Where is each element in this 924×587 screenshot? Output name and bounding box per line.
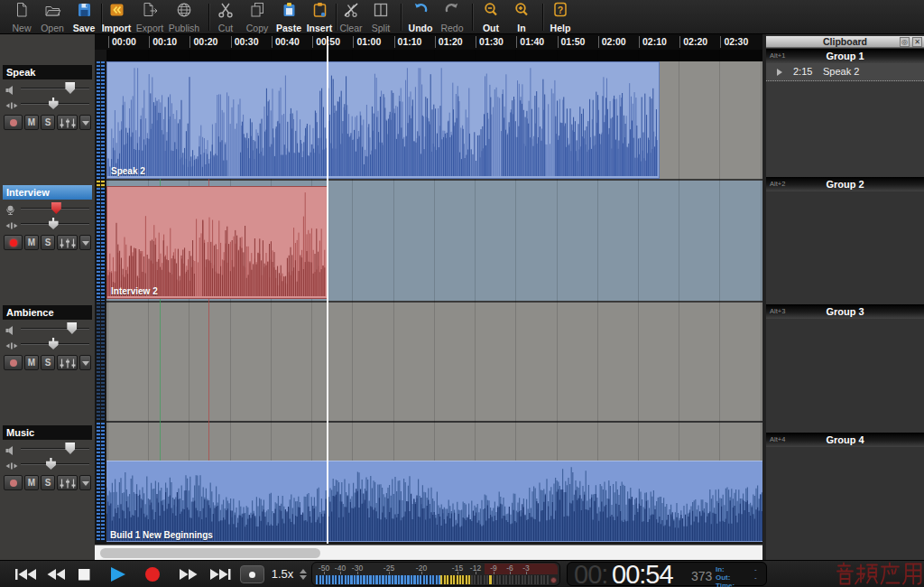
clipboard-group-1[interactable]: Alt+1Group 1 xyxy=(766,49,924,63)
mixer-button[interactable] xyxy=(57,475,78,490)
pan-thumb[interactable] xyxy=(49,98,59,109)
solo-button[interactable]: S xyxy=(41,475,55,490)
horizontal-scrollbar[interactable] xyxy=(95,545,762,560)
record-dot-icon xyxy=(10,239,17,247)
solo-button[interactable]: S xyxy=(41,355,55,370)
speed-up-arrow[interactable] xyxy=(300,569,307,573)
solo-button[interactable]: S xyxy=(41,235,55,250)
record-arm-button[interactable] xyxy=(4,115,23,130)
close-icon[interactable]: ✕ xyxy=(912,37,922,47)
scrollbar-thumb[interactable] xyxy=(100,548,320,558)
pan-icon xyxy=(5,459,18,475)
speed-down-arrow[interactable] xyxy=(300,575,307,580)
loop-button[interactable] xyxy=(240,565,264,583)
volume-slider[interactable] xyxy=(21,88,89,89)
meter-tick xyxy=(324,572,325,574)
skip-end-button[interactable] xyxy=(207,565,232,583)
clipboard-group-2[interactable]: Alt+2Group 2 xyxy=(766,177,924,191)
toolbar-label: New xyxy=(12,23,31,33)
clipboard-item-speak-2[interactable]: 2:15 Speak 2 xyxy=(766,63,924,81)
clipboard-group-3[interactable]: Alt+3Group 3 xyxy=(766,304,924,319)
mute-button[interactable]: M xyxy=(24,355,39,370)
mute-button[interactable]: M xyxy=(24,475,39,490)
transport-bar: 1.5x -50-40-30-25-20-15-12-9-6-3 00: 00:… xyxy=(0,560,924,587)
loop-dot-icon xyxy=(249,572,255,578)
volume-thumb[interactable] xyxy=(65,82,75,94)
track-name-music[interactable]: Music xyxy=(3,425,92,440)
solo-button[interactable]: S xyxy=(41,115,55,130)
track-name-interview[interactable]: Interview xyxy=(3,185,92,200)
track-menu-button[interactable] xyxy=(79,115,91,130)
clip-speak-2[interactable]: Speak 2 xyxy=(106,61,660,179)
volume-row xyxy=(3,443,92,455)
mute-button[interactable]: M xyxy=(24,115,39,130)
play-icon[interactable] xyxy=(777,69,782,76)
volume-thumb[interactable] xyxy=(65,443,75,454)
pan-icon xyxy=(5,339,18,355)
volume-row xyxy=(3,82,92,95)
volume-slider[interactable] xyxy=(21,448,89,450)
toolbar-button-in[interactable]: In xyxy=(501,1,542,33)
toolbar-separator xyxy=(401,4,402,31)
track-meter-music xyxy=(95,423,106,542)
meter-tick xyxy=(357,572,358,574)
record-arm-button[interactable] xyxy=(4,235,23,250)
clip-music[interactable]: Build 1 New Beginnings xyxy=(106,461,762,542)
toolbar-label: Paste xyxy=(276,23,301,33)
meter-peak-led xyxy=(489,575,492,584)
track-menu-button[interactable] xyxy=(79,235,91,250)
toolbar-label: Undo xyxy=(409,23,433,33)
chevron-down-icon xyxy=(82,481,89,486)
meter-tick xyxy=(526,572,527,574)
record-arm-button[interactable] xyxy=(4,355,23,370)
track-menu-button[interactable] xyxy=(79,475,91,490)
track-name-speak[interactable]: Speak xyxy=(3,65,92,79)
group-shortcut: Alt+2 xyxy=(770,177,785,191)
track-buttons: MS xyxy=(4,235,93,250)
mixer-button[interactable] xyxy=(57,235,78,250)
chevron-down-icon xyxy=(82,361,89,366)
toolbar-label: Import xyxy=(102,23,132,33)
publish-icon xyxy=(163,1,205,19)
clip-label: Interview 2 xyxy=(111,286,158,296)
volume-thumb[interactable] xyxy=(67,322,77,334)
track-meter-interview xyxy=(95,181,106,301)
stop-button[interactable] xyxy=(74,565,99,583)
skip-start-button[interactable] xyxy=(13,565,38,583)
track-name-ambience[interactable]: Ambience xyxy=(3,305,92,320)
toolbar-label: In xyxy=(517,23,525,33)
pan-thumb[interactable] xyxy=(49,218,59,229)
mute-button[interactable]: M xyxy=(24,235,39,250)
pan-thumb[interactable] xyxy=(49,338,59,349)
play-button[interactable] xyxy=(106,565,132,583)
time-frames: 373 xyxy=(691,569,712,583)
toolbar-button-split[interactable]: Split xyxy=(360,1,402,33)
toolbar-button-publish[interactable]: Publish xyxy=(163,1,205,33)
volume-slider[interactable] xyxy=(21,328,89,330)
main-toolbar: NewOpenSaveImportExportPublishCutCopyPas… xyxy=(0,0,924,34)
toolbar-separator xyxy=(101,4,102,31)
fast-forward-button[interactable] xyxy=(176,565,201,583)
clipboard-group-4[interactable]: Alt+4Group 4 xyxy=(766,433,924,447)
mixer-button[interactable] xyxy=(57,115,78,130)
timeline-ruler[interactable]: 00:0000:1000:2000:3000:4000:5001:0001:10… xyxy=(95,34,762,50)
record-button[interactable] xyxy=(143,565,168,583)
toolbar-button-redo[interactable]: Redo xyxy=(431,1,473,33)
pan-thumb[interactable] xyxy=(46,458,56,470)
pin-icon[interactable]: ◎ xyxy=(900,37,910,47)
timeline-area[interactable]: Speak 2 Interview 2 Build 1 New Beginnin… xyxy=(95,50,762,545)
item-duration: 2:15 xyxy=(793,63,812,80)
playhead[interactable] xyxy=(327,36,328,544)
clip-interview-2[interactable]: Interview 2 xyxy=(106,186,328,299)
mixer-button[interactable] xyxy=(57,355,78,370)
group-shortcut: Alt+3 xyxy=(770,304,785,319)
out-label: Out: xyxy=(716,573,730,582)
track-menu-button[interactable] xyxy=(79,355,91,370)
toolbar-button-help[interactable]: ?Help xyxy=(540,1,581,33)
rewind-button[interactable] xyxy=(44,565,69,583)
track-buttons: MS xyxy=(4,115,93,130)
volume-thumb[interactable] xyxy=(51,202,61,214)
meter-tick xyxy=(421,572,422,574)
record-arm-button[interactable] xyxy=(4,475,23,490)
playback-speed[interactable]: 1.5x xyxy=(266,565,299,583)
